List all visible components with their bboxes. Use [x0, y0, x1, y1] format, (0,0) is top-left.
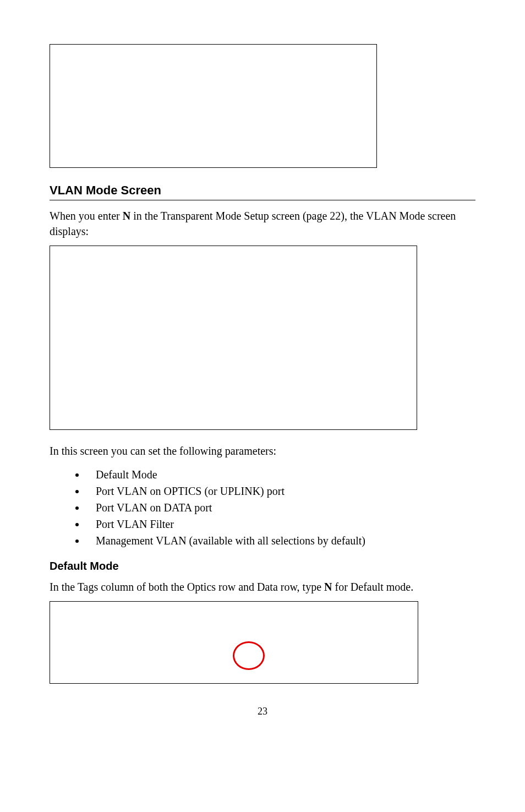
- list-item: Port VLAN on OPTICS (or UPLINK) port: [86, 483, 475, 499]
- list-item: Port VLAN Filter: [86, 516, 475, 532]
- default-mode-paragraph: In the Tags column of both the Optics ro…: [50, 579, 475, 595]
- page-number: 23: [50, 706, 475, 717]
- para3-text-1: In the Tags column of both the Optics ro…: [50, 581, 324, 593]
- parameters-list: Default Mode Port VLAN on OPTICS (or UPL…: [50, 466, 475, 549]
- screenshot-placeholder-3: [50, 601, 418, 684]
- default-mode-heading: Default Mode: [50, 560, 475, 573]
- para3-bold-n: N: [324, 581, 332, 593]
- screenshot-placeholder-1: [50, 44, 377, 168]
- list-item: Port VLAN on DATA port: [86, 499, 475, 516]
- list-item: Management VLAN (available with all sele…: [86, 532, 475, 549]
- list-item: Default Mode: [86, 466, 475, 483]
- vlan-mode-screen-heading: VLAN Mode Screen: [50, 183, 475, 200]
- screenshot-placeholder-2: [50, 246, 417, 430]
- parameters-intro: In this screen you can set the following…: [50, 443, 475, 459]
- para1-bold-n: N: [123, 210, 130, 222]
- vlan-mode-intro-paragraph: When you enter N in the Transparent Mode…: [50, 208, 475, 239]
- red-circle-annotation: [233, 641, 265, 670]
- para1-text-1: When you enter: [50, 210, 123, 222]
- para3-text-2: for Default mode.: [332, 581, 414, 593]
